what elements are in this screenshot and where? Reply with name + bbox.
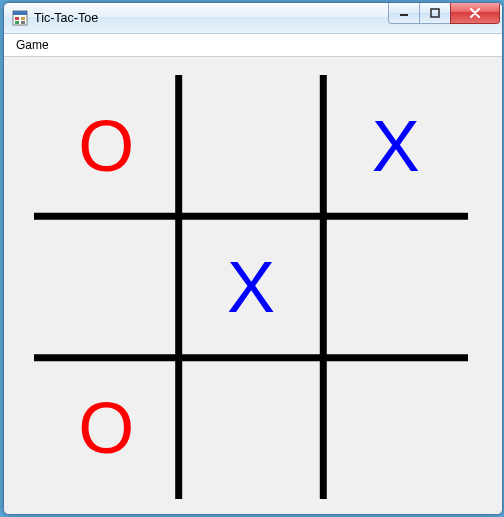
cell-mark: O bbox=[78, 387, 134, 469]
cell-mark: O bbox=[78, 105, 134, 187]
menu-bar: Game bbox=[4, 34, 502, 57]
cell-1-1[interactable]: X bbox=[179, 216, 324, 357]
title-bar[interactable]: Tic-Tac-Toe bbox=[4, 3, 502, 34]
cell-2-0[interactable]: O bbox=[34, 358, 179, 499]
window-controls bbox=[389, 3, 500, 33]
cell-mark: X bbox=[372, 105, 420, 187]
client-area: O X X O bbox=[4, 57, 502, 514]
svg-rect-6 bbox=[400, 14, 408, 16]
svg-rect-5 bbox=[21, 21, 25, 24]
cell-mark: X bbox=[227, 246, 275, 328]
close-button[interactable] bbox=[450, 3, 500, 24]
svg-rect-1 bbox=[13, 11, 27, 15]
minimize-icon bbox=[399, 8, 409, 18]
svg-rect-4 bbox=[15, 21, 19, 24]
cell-1-2[interactable] bbox=[323, 216, 468, 357]
maximize-button[interactable] bbox=[419, 3, 451, 24]
cell-0-1[interactable] bbox=[179, 75, 324, 216]
game-board: O X X O bbox=[34, 75, 468, 499]
cell-0-2[interactable]: X bbox=[323, 75, 468, 216]
cell-0-0[interactable]: O bbox=[34, 75, 179, 216]
svg-rect-2 bbox=[15, 17, 19, 20]
maximize-icon bbox=[430, 8, 440, 18]
close-icon bbox=[469, 8, 481, 18]
svg-rect-3 bbox=[21, 17, 25, 20]
cell-2-1[interactable] bbox=[179, 358, 324, 499]
window-title: Tic-Tac-Toe bbox=[34, 11, 98, 25]
cell-2-2[interactable] bbox=[323, 358, 468, 499]
svg-rect-7 bbox=[431, 9, 439, 17]
menu-item-game[interactable]: Game bbox=[8, 36, 57, 54]
cell-1-0[interactable] bbox=[34, 216, 179, 357]
app-window: Tic-Tac-Toe Game bbox=[3, 2, 503, 515]
minimize-button[interactable] bbox=[388, 3, 420, 24]
app-icon bbox=[12, 10, 28, 26]
